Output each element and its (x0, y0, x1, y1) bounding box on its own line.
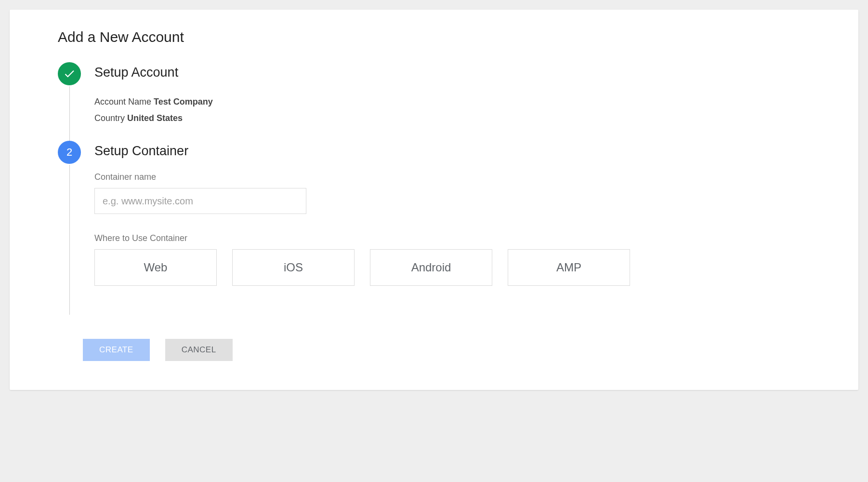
where-to-use-field-group: Where to Use Container Web iOS Android A… (94, 233, 810, 286)
account-name-label: Account Name (94, 97, 151, 107)
cancel-button[interactable]: CANCEL (165, 339, 233, 361)
button-row: CREATE CANCEL (83, 339, 810, 361)
account-setup-card: Add a New Account Setup Account Account … (10, 10, 858, 390)
page-title: Add a New Account (58, 29, 810, 45)
step-setup-container-content: Setup Container Container name Where to … (94, 141, 810, 315)
step-setup-account-title: Setup Account (94, 65, 810, 80)
container-name-input[interactable] (94, 188, 306, 214)
steps-wrapper: Setup Account Account Name Test Company … (58, 62, 810, 315)
step-number: 2 (66, 146, 72, 159)
option-android[interactable]: Android (370, 249, 492, 286)
account-name-value: Test Company (154, 97, 213, 107)
step-setup-container: 2 Setup Container Container name Where t… (58, 141, 810, 315)
step-setup-account: Setup Account Account Name Test Company … (58, 62, 810, 141)
container-name-label: Container name (94, 172, 810, 182)
container-type-options: Web iOS Android AMP (94, 249, 810, 286)
option-web[interactable]: Web (94, 249, 217, 286)
step-setup-container-title: Setup Container (94, 144, 810, 159)
create-button[interactable]: CREATE (83, 339, 150, 361)
checkmark-icon (58, 62, 81, 85)
country-value: United States (127, 113, 183, 123)
container-name-field-group: Container name (94, 172, 810, 214)
step-number-icon: 2 (58, 141, 81, 164)
option-ios[interactable]: iOS (232, 249, 355, 286)
step-setup-account-content: Setup Account Account Name Test Company … (94, 62, 810, 141)
step-connector (69, 165, 70, 315)
step-setup-account-summary: Account Name Test Company Country United… (94, 94, 810, 126)
where-to-use-label: Where to Use Container (94, 233, 810, 243)
country-label: Country (94, 113, 125, 123)
option-amp[interactable]: AMP (508, 249, 630, 286)
